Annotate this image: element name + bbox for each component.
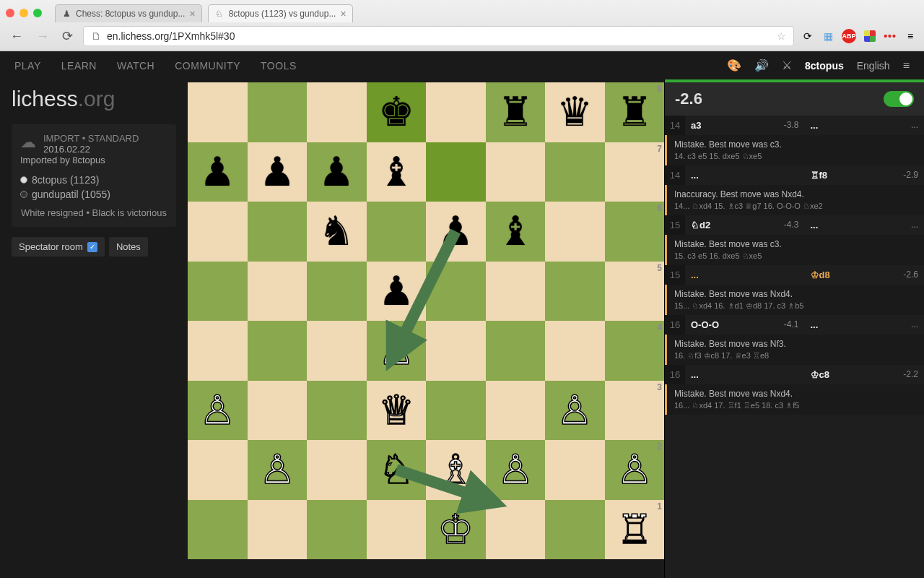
board-square[interactable] [307, 440, 367, 500]
extension-icon[interactable] [863, 30, 876, 43]
board-square[interactable]: ♜ [486, 82, 546, 142]
board-square[interactable] [188, 440, 248, 500]
wp-piece[interactable]: ♙ [616, 449, 653, 490]
board-square[interactable] [188, 82, 248, 142]
board-square[interactable]: ♖1 [605, 500, 665, 560]
bp-piece[interactable]: ♟ [437, 211, 474, 251]
board-square[interactable]: ♕ [367, 381, 427, 441]
board-square[interactable] [545, 440, 605, 500]
board-square[interactable]: ♙ [188, 381, 248, 441]
address-bar[interactable]: 🗋 en.lichess.org/1PXmhk5l#30 ☆ [83, 26, 794, 46]
tab-spectator-room[interactable]: Spectator room ✓ [12, 237, 105, 256]
board-square[interactable]: 7 [605, 142, 665, 202]
board-square[interactable] [307, 500, 367, 560]
wp-piece[interactable]: ♙ [378, 330, 414, 371]
board-square[interactable] [426, 82, 486, 142]
engine-toggle[interactable] [884, 91, 914, 107]
board-square[interactable] [545, 321, 605, 381]
board-square[interactable]: 4 [605, 321, 665, 381]
board-square[interactable] [307, 381, 367, 441]
wq-piece[interactable]: ♕ [378, 390, 414, 431]
board-square[interactable] [486, 262, 546, 322]
wn-piece[interactable]: ♘ [378, 449, 414, 490]
board-square[interactable] [545, 142, 605, 202]
move-row[interactable]: 15...♔d8-2.6 [665, 265, 924, 285]
maximize-window[interactable] [33, 9, 42, 17]
board-square[interactable]: ♟ [367, 262, 427, 322]
board-square[interactable] [188, 202, 248, 262]
hamburger-icon[interactable]: ≡ [903, 59, 910, 72]
board-square[interactable]: ♙ [367, 321, 427, 381]
board-square[interactable]: ♙ [545, 381, 605, 441]
menu-play[interactable]: PLAY [14, 60, 41, 72]
wp-piece[interactable]: ♙ [557, 390, 593, 431]
board-square[interactable]: ♙ [486, 440, 546, 500]
player-black[interactable]: gundupatil (1055) [20, 189, 167, 200]
reload-button[interactable]: ⟳ [59, 27, 76, 46]
menu-icon[interactable]: ≡ [904, 30, 917, 43]
board-square[interactable]: 3 [605, 381, 665, 441]
close-tab-icon[interactable]: × [189, 8, 195, 20]
board-square[interactable] [545, 262, 605, 322]
menu-community[interactable]: COMMUNITY [175, 60, 240, 72]
logo[interactable]: lichess.org [12, 87, 176, 111]
move-row[interactable]: 16O-O-O-4.1...... [665, 315, 924, 335]
board-square[interactable] [248, 262, 308, 322]
board-square[interactable] [188, 321, 248, 381]
wp-piece[interactable]: ♙ [199, 390, 235, 431]
checkbox-checked-icon[interactable]: ✓ [87, 242, 97, 252]
player-white[interactable]: 8ctopus (1123) [20, 174, 167, 186]
menu-watch[interactable]: WATCH [117, 60, 154, 72]
bq-piece[interactable]: ♛ [557, 92, 593, 132]
menu-learn[interactable]: LEARN [61, 60, 97, 72]
username-link[interactable]: 8ctopus [805, 60, 844, 72]
board-square[interactable] [486, 381, 546, 441]
analysis-comment[interactable]: Inaccuracy. Best move was Nxd4.14... ♘xd… [665, 185, 924, 215]
board-square[interactable] [426, 381, 486, 441]
extension-icon[interactable]: ▦ [821, 30, 834, 43]
board-square[interactable]: ♚ [367, 82, 427, 142]
back-button[interactable]: ← [7, 27, 26, 46]
board-square[interactable]: ♟ [307, 142, 367, 202]
bb-piece[interactable]: ♝ [497, 211, 533, 251]
board-square[interactable]: 6 [605, 202, 665, 262]
bb-piece[interactable]: ♝ [378, 152, 414, 192]
language-selector[interactable]: English [857, 60, 890, 72]
board-square[interactable] [307, 82, 367, 142]
browser-tab-active[interactable]: ♘ 8ctopus (1123) vs gundup... × [208, 4, 353, 22]
move-row[interactable]: 14a3-3.8...... [665, 116, 924, 135]
board-square[interactable]: ♙2 [605, 440, 665, 500]
palette-icon[interactable]: 🎨 [727, 59, 741, 72]
wr-piece[interactable]: ♖ [616, 509, 653, 550]
bp-piece[interactable]: ♟ [378, 271, 414, 311]
analysis-comment[interactable]: Mistake. Best move was c3.15. c3 e5 16. … [665, 235, 924, 265]
move-row[interactable]: 15♘d2-4.3...... [665, 215, 924, 235]
wk-piece[interactable]: ♔ [437, 509, 474, 550]
board-square[interactable] [545, 202, 605, 262]
move-row[interactable]: 16...♔c8-2.2 [665, 365, 924, 384]
bp-piece[interactable]: ♟ [199, 152, 235, 192]
board-square[interactable]: ♘ [367, 440, 427, 500]
wb-piece[interactable]: ♗ [437, 449, 474, 490]
board-square[interactable]: ♗ [426, 440, 486, 500]
board-square[interactable]: ♝ [367, 142, 427, 202]
close-window[interactable] [6, 9, 14, 17]
extension-icon[interactable]: ⟳ [801, 30, 814, 43]
move-row[interactable]: 14...♖f8-2.9 [665, 165, 924, 185]
menu-tools[interactable]: TOOLS [261, 60, 297, 72]
board-square[interactable] [426, 262, 486, 322]
bookmark-star-icon[interactable]: ☆ [777, 30, 786, 42]
board-square[interactable]: ♟ [426, 202, 486, 262]
bp-piece[interactable]: ♟ [259, 152, 295, 192]
analysis-comment[interactable]: Mistake. Best move was Nxd4.15... ♘xd4 1… [665, 285, 924, 315]
board-square[interactable] [248, 82, 308, 142]
wp-piece[interactable]: ♙ [259, 449, 295, 490]
crossed-swords-icon[interactable]: ⚔ [782, 59, 792, 72]
minimize-window[interactable] [19, 9, 28, 17]
tab-notes[interactable]: Notes [109, 237, 148, 256]
board-square[interactable] [248, 202, 308, 262]
bp-piece[interactable]: ♟ [318, 152, 354, 192]
board-square[interactable] [307, 321, 367, 381]
board-square[interactable]: 5 [605, 262, 665, 322]
board-square[interactable] [486, 142, 546, 202]
